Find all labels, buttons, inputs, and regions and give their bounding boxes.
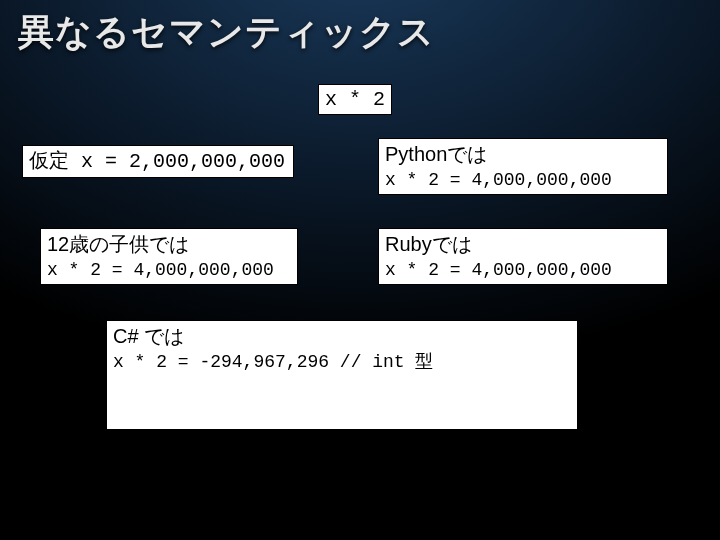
assumption-box: 仮定 x = 2,000,000,000 bbox=[22, 145, 294, 178]
child-label: 12歳の子供では bbox=[47, 231, 291, 258]
csharp-result: x * 2 = -294,967,296 // int 型 bbox=[113, 350, 571, 374]
python-result: x * 2 = 4,000,000,000 bbox=[385, 168, 661, 192]
python-box: Pythonでは x * 2 = 4,000,000,000 bbox=[378, 138, 668, 195]
child-result: x * 2 = 4,000,000,000 bbox=[47, 258, 291, 282]
child-box: 12歳の子供では x * 2 = 4,000,000,000 bbox=[40, 228, 298, 285]
ruby-box: Rubyでは x * 2 = 4,000,000,000 bbox=[378, 228, 668, 285]
slide-title: 異なるセマンティックス bbox=[18, 8, 435, 57]
ruby-label: Rubyでは bbox=[385, 231, 661, 258]
csharp-box: C# では x * 2 = -294,967,296 // int 型 bbox=[106, 320, 578, 430]
python-label: Pythonでは bbox=[385, 141, 661, 168]
expression-code: x * 2 bbox=[325, 88, 385, 111]
csharp-label: C# では bbox=[113, 323, 571, 350]
expression-box: x * 2 bbox=[318, 84, 392, 115]
ruby-result: x * 2 = 4,000,000,000 bbox=[385, 258, 661, 282]
assumption-text: 仮定 x = 2,000,000,000 bbox=[29, 150, 285, 173]
